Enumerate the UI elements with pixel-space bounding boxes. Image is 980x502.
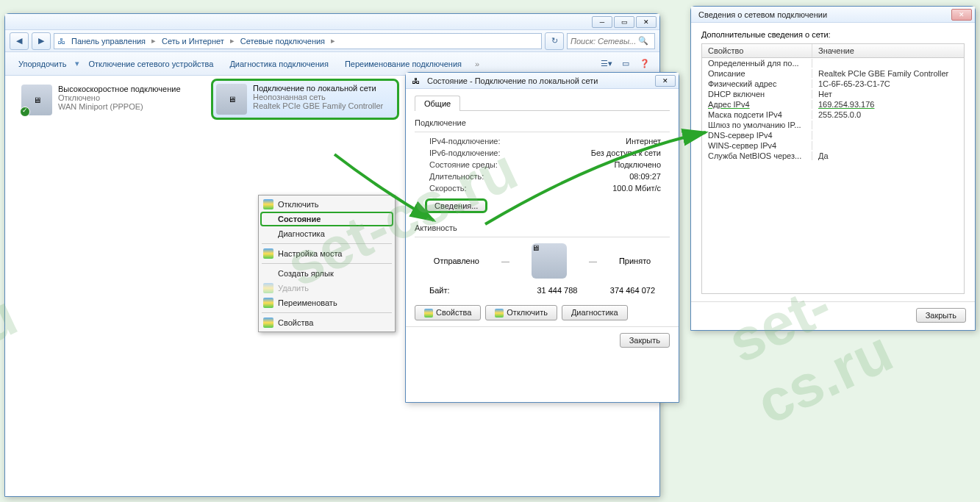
ctx-disable[interactable]: Отключить [260,197,393,212]
table-row: Маска подсети IPv4255.255.0.0 [702,110,964,120]
shield-icon [20,107,30,117]
info-row: IPv4-подключение:Интернет [415,135,670,147]
status-dialog: 🖧 Состояние - Подключение по локальной с… [405,72,679,403]
details-footer: Закрыть [691,301,975,329]
table-row: DHCP включенНет [702,89,964,99]
properties-button[interactable]: Свойства [415,305,481,320]
close-button[interactable]: ✕ [951,9,972,21]
dropdown-icon: ▾ [75,59,79,68]
close-button[interactable]: ✕ [636,16,657,28]
table-row: Физический адрес1C-6F-65-23-C1-7C [702,79,964,89]
table-row: Адрес IPv4169.254.93.176 [702,99,964,110]
help-icon[interactable]: ❓ [636,56,654,72]
prop-name: DNS-сервер IPv4 [702,131,812,140]
chevron-right-icon: ▸ [331,36,335,46]
prop-value [812,141,964,150]
ctx-label: Свойства [278,318,313,327]
close-button-footer[interactable]: Закрыть [620,333,670,348]
info-row: Длительность:08:09:27 [415,171,670,182]
crumb-2[interactable]: Сетевые подключения [237,37,328,46]
table-row: Определенный для по... [702,58,964,68]
info-row: Скорость:100.0 Мбит/с [415,182,670,194]
details-dialog: Сведения о сетевом подключении ✕ Дополни… [690,6,976,331]
group-connection: Подключение [415,118,670,127]
forward-button[interactable]: ▶ [32,32,51,50]
prop-name: Маска подсети IPv4 [702,110,812,119]
prop-value: 1C-6F-65-23-C1-7C [812,79,964,88]
ctx-label: Настройка моста [278,249,342,258]
search-box[interactable]: 🔍 [567,33,655,49]
info-value: Интернет [626,137,661,146]
back-button[interactable]: ◀ [10,32,29,50]
activity-icon: 🖥 [532,243,567,279]
prop-name: Физический адрес [702,79,812,88]
maximize-button[interactable]: ▭ [614,16,634,28]
network-icon: 🖧 [57,37,65,46]
ctx-label: Отключить [278,200,319,209]
ctx-status[interactable]: Состояние [260,212,393,226]
table-row: Шлюз по умолчанию IP... [702,120,964,130]
info-row: IPv6-подключение:Без доступа к сети [415,147,670,159]
info-label: IPv4-подключение: [429,137,501,146]
prop-value: Realtek PCIe GBE Family Controller [812,69,964,78]
address-bar[interactable]: 🖧 Панель управления ▸ Сеть и Интернет ▸ … [54,33,542,49]
tab-general[interactable]: Общие [415,96,460,111]
ctx-properties[interactable]: Свойства [260,315,393,330]
ctx-label: Диагностика [278,229,325,238]
close-button[interactable]: ✕ [655,75,676,87]
connection-device: Realtek PCIe GBE Family Controller [253,101,383,110]
toolbar-overflow[interactable]: » [471,60,484,68]
search-input[interactable] [571,37,638,46]
connection-icon: 🖥 [216,84,247,115]
ctx-label: Состояние [278,215,321,223]
ctx-delete: Удалить [260,281,393,295]
crumb-0[interactable]: Панель управления [68,37,149,46]
group-activity: Активность [415,223,670,232]
table-row: Служба NetBIOS через...Да [702,151,964,161]
table-row: DNS-сервер IPv4 [702,130,964,140]
prop-value [812,59,964,68]
refresh-button[interactable]: ↻ [545,32,564,50]
view-icon[interactable]: ☰▾ [598,56,615,72]
connection-status: Отключено [58,93,181,102]
prop-name: Служба NetBIOS через... [702,151,812,160]
ctx-rename[interactable]: Переименовать [260,295,393,310]
bytes-row: Байт: 31 444 788 374 464 072 [415,284,670,296]
crumb-1[interactable]: Сеть и Интернет [159,37,227,46]
ctx-label: Переименовать [278,298,337,307]
preview-pane-icon[interactable]: ▭ [617,56,634,72]
diagnose-button[interactable]: Диагностика [562,305,628,320]
info-value: Без доступа к сети [591,148,661,157]
connection-item-lan[interactable]: 🖥 Подключение по локальной сети Неопозна… [211,79,399,120]
details-table-header: Свойство Значение [702,44,964,58]
minimize-button[interactable]: ─ [592,16,612,28]
network-icon: 🖧 [409,76,423,85]
ctx-shortcut[interactable]: Создать ярлык [260,266,393,281]
connection-item-wan[interactable]: 🖥 Высокоскоростное подключение Отключено… [18,82,202,118]
prop-name: Описание [702,69,812,78]
ctx-bridge[interactable]: Настройка моста [260,246,393,261]
search-icon: 🔍 [638,36,648,46]
col-property: Свойство [702,44,812,57]
details-rows: Определенный для по...ОписаниеRealtek PC… [702,58,964,293]
details-button[interactable]: Сведения... [425,198,487,213]
shield-icon [263,283,273,293]
shield-icon [263,248,273,259]
sent-label: Отправлено [434,257,479,265]
close-button-footer[interactable]: Закрыть [916,308,966,323]
ctx-separator [262,312,392,313]
status-titlebar: 🖧 Состояние - Подключение по локальной с… [406,73,679,89]
explorer-titlebar: ─ ▭ ✕ [5,14,659,30]
shield-icon [263,318,273,328]
toolbar-organize[interactable]: Упорядочить [11,57,74,71]
toolbar-diagnose[interactable]: Диагностика подключения [222,57,335,71]
prop-value: 169.254.93.176 [812,100,964,109]
tab-row: Общие [415,95,670,111]
info-label: Длительность: [429,172,484,181]
disable-button[interactable]: Отключить [485,305,557,320]
toolbar-disable[interactable]: Отключение сетевого устройства [81,57,221,71]
ctx-diagnose[interactable]: Диагностика [260,226,393,241]
prop-name: Шлюз по умолчанию IP... [702,121,812,129]
toolbar-rename[interactable]: Переименование подключения [337,57,469,71]
context-menu: Отключить Состояние Диагностика Настройк… [258,195,396,332]
